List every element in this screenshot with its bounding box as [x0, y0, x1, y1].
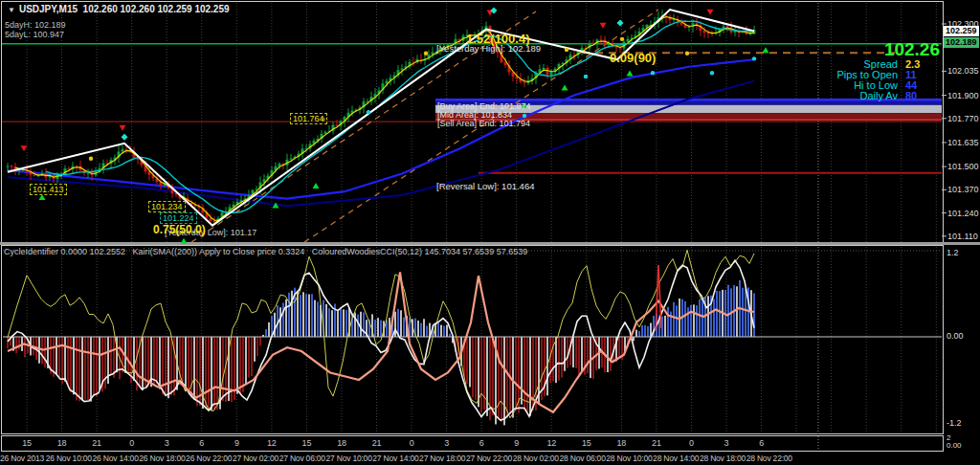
hour-label: 6	[479, 438, 484, 448]
chart-title: ▼USDJPY,M15 102.260 102.260 102.259 102.…	[8, 5, 230, 15]
pane-separator[interactable]	[0, 242, 980, 245]
date-label: 28 Nov 02:00	[513, 454, 559, 463]
yesterday-high-box: 102.189	[944, 37, 979, 48]
mt4-chart-window: ▼USDJPY,M15 102.260 102.260 102.259 102.…	[0, 0, 980, 465]
osc-axis-top: 1.2	[947, 248, 959, 257]
daily-av-value: 80	[898, 91, 940, 101]
price-tag-101413[interactable]: 101.413	[30, 184, 67, 195]
date-label: 27 Nov 14:00	[372, 454, 418, 463]
hour-label: 3	[444, 438, 449, 448]
hour-strip-pane[interactable]	[1, 435, 944, 452]
date-label: 26 Nov 14:00	[93, 454, 139, 463]
time-axis[interactable]: 26 Nov 201326 Nov 10:0026 Nov 14:0026 No…	[0, 451, 942, 465]
hour-label: 15	[582, 438, 591, 448]
price-tick: 101.110	[947, 232, 978, 241]
price-tick: 101.500	[947, 162, 979, 171]
hour-label: 0	[129, 438, 134, 448]
chart-title-text: USDJPY,M15 102.260 102.260 102.259 102.2…	[19, 4, 230, 14]
sell-area-label: [Sell Area] End: 101.794	[437, 119, 530, 128]
date-label: 28 Nov 06:00	[560, 454, 606, 463]
strip-axis-bottom: 0.00	[947, 441, 962, 450]
hour-label: 18	[617, 438, 627, 448]
price-tick: 101.635	[947, 138, 979, 147]
quote-panel: 102.26 Spread2.3 Pips to Open11 Hi to Lo…	[836, 40, 940, 101]
pips-to-open-value: 11	[898, 70, 940, 80]
price-tick: 101.900	[947, 91, 979, 100]
indicator-header: CycleIdentifier 0.0000 102.2552 Kairi(SM…	[4, 247, 527, 256]
date-label: 26 Nov 22:00	[186, 454, 232, 463]
price-tag-101764[interactable]: 101.764	[290, 113, 327, 124]
reversal-low-label: [Reversal Low]: 101.464	[436, 182, 534, 191]
date-label: 27 Nov 10:00	[326, 454, 372, 463]
hour-label: 21	[652, 438, 661, 448]
hour-label: 3	[724, 438, 729, 448]
hour-label: 18	[337, 438, 346, 448]
hour-label: 9	[514, 438, 519, 448]
price-tick: 102.035	[947, 66, 979, 76]
daily-av-label: Daily Av	[859, 91, 898, 101]
price-tick: 101.770	[947, 114, 979, 123]
price-tag-101234[interactable]: 101.234	[148, 201, 186, 212]
five-day-high-label: 5dayH: 102.189	[5, 20, 66, 30]
current-price-box: 102.259	[944, 26, 979, 36]
date-label: 27 Nov 06:00	[279, 454, 325, 463]
date-label: 26 Nov 18:00	[139, 454, 185, 463]
date-label: 27 Nov 22:00	[466, 454, 512, 463]
hi-to-low-value: 44	[898, 80, 940, 91]
five-day-low-label: 5dayL: 100.947	[5, 30, 64, 39]
osc-axis-bottom: -1.2	[947, 418, 962, 428]
big-price: 102.26	[836, 40, 940, 59]
date-label: 26 Nov 10:00	[46, 454, 92, 463]
hour-label: 12	[546, 438, 556, 448]
hour-label: 6	[199, 438, 204, 448]
symbol-dropdown-icon[interactable]: ▼	[8, 6, 15, 14]
date-label: 26 Nov 2013	[0, 454, 44, 463]
hour-label: 6	[759, 438, 764, 448]
osc-axis-mid: 0.00	[947, 331, 964, 341]
fib-100-label: 1.52(100.4)	[466, 34, 530, 44]
hour-label: 9	[234, 438, 239, 448]
hour-label: 15	[22, 438, 32, 448]
date-label: 27 Nov 02:00	[233, 454, 278, 463]
date-label: 28 Nov 22:00	[746, 454, 792, 463]
hour-label: 0	[410, 438, 414, 448]
price-tick: 101.370	[947, 185, 979, 194]
hour-label: 3	[165, 438, 169, 448]
hour-label: 15	[302, 438, 312, 448]
hour-label: 12	[267, 438, 277, 448]
spread-value: 2.3	[898, 59, 940, 70]
price-tick: 101.240	[947, 209, 979, 218]
hour-label: 21	[372, 438, 382, 448]
hour-label: 21	[92, 438, 101, 448]
date-label: 28 Nov 10:00	[606, 454, 652, 463]
hour-label: 18	[57, 438, 67, 448]
date-label: 28 Nov 14:00	[653, 454, 699, 463]
date-label: 28 Nov 18:00	[700, 454, 746, 463]
indicator-pane[interactable]	[1, 245, 944, 434]
date-label: 27 Nov 18:00	[419, 454, 465, 463]
fib-90-label: 0.09(90)	[610, 54, 656, 63]
hour-label: 0	[689, 438, 694, 448]
fib-50-label: 0.75(50.0)	[153, 225, 206, 234]
